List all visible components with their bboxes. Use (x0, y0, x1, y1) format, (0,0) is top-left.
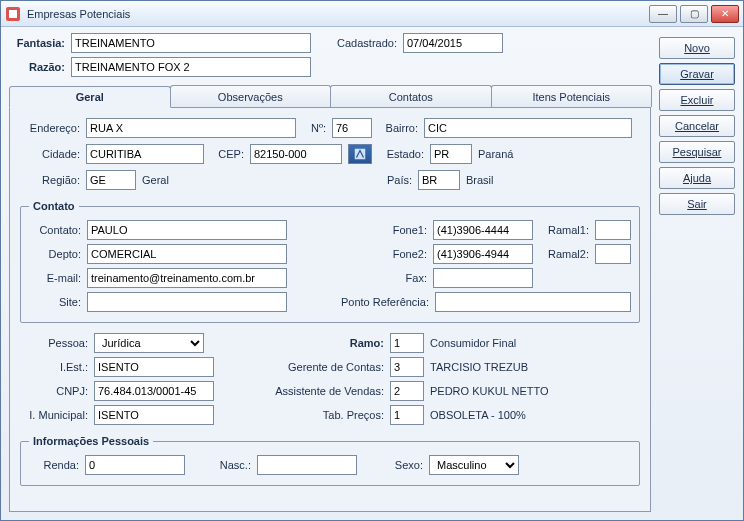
sexo-label: Sexo: (363, 459, 423, 471)
fone2-input[interactable] (433, 244, 533, 264)
fantasia-label: Fantasia: (9, 37, 65, 49)
contato-legend: Contato (29, 200, 79, 212)
estado-input[interactable] (430, 144, 472, 164)
email-input[interactable] (87, 268, 287, 288)
gravar-button[interactable]: Gravar (659, 63, 735, 85)
tabprecos-input[interactable] (390, 405, 424, 425)
regiao-nome: Geral (142, 174, 202, 186)
imun-label: I. Municipal: (20, 409, 88, 421)
cep-label: CEP: (210, 148, 244, 160)
action-sidebar: Novo Gravar Excluir Cancelar Pesquisar A… (659, 33, 735, 512)
email-label: E-mail: (29, 272, 81, 284)
sexo-select[interactable]: Masculino (429, 455, 519, 475)
window-buttons: ― ▢ ✕ (649, 5, 739, 23)
ponto-label: Ponto Referência: (319, 296, 429, 308)
tabprecos-label: Tab. Preços: (244, 409, 384, 421)
fax-label: Fax: (381, 272, 427, 284)
ponto-input[interactable] (435, 292, 631, 312)
pessoais-legend: Informações Pessoais (29, 435, 153, 447)
gerente-nome: TARCISIO TREZUB (430, 361, 528, 373)
pessoais-group: Informações Pessoais Renda: Nasc.: Sexo:… (20, 435, 640, 486)
maximize-button[interactable]: ▢ (680, 5, 708, 23)
pessoa-label: Pessoa: (20, 337, 88, 349)
fax-input[interactable] (433, 268, 533, 288)
fantasia-input[interactable] (71, 33, 311, 53)
cidade-label: Cidade: (20, 148, 80, 160)
numero-input[interactable] (332, 118, 372, 138)
cadastrado-input[interactable] (403, 33, 503, 53)
svg-rect-1 (9, 10, 17, 18)
novo-button[interactable]: Novo (659, 37, 735, 59)
iest-label: I.Est.: (20, 361, 88, 373)
cidade-input[interactable] (86, 144, 204, 164)
ramal1-input[interactable] (595, 220, 631, 240)
pais-label: País: (376, 174, 412, 186)
pais-nome: Brasil (466, 174, 526, 186)
contato-label: Contato: (29, 224, 81, 236)
pessoa-select[interactable]: Jurídica (94, 333, 204, 353)
cancelar-button[interactable]: Cancelar (659, 115, 735, 137)
assistente-input[interactable] (390, 381, 424, 401)
tab-strip: Geral Observações Contatos Itens Potenci… (9, 85, 651, 108)
bairro-label: Bairro: (378, 122, 418, 134)
cnpj-input[interactable] (94, 381, 214, 401)
sair-button[interactable]: Sair (659, 193, 735, 215)
fone1-label: Fone1: (381, 224, 427, 236)
close-button[interactable]: ✕ (711, 5, 739, 23)
ramal1-label: Ramal1: (539, 224, 589, 236)
razao-input[interactable] (71, 57, 311, 77)
contato-input[interactable] (87, 220, 287, 240)
ramo-nome: Consumidor Final (430, 337, 516, 349)
tab-itens-potenciais[interactable]: Itens Potenciais (491, 85, 653, 107)
assistente-label: Assistente de Vendas: (244, 385, 384, 397)
panel-geral: Endereço: Nº: Bairro: Cidade: CEP: Estad… (9, 108, 651, 512)
cep-lookup-button[interactable] (348, 144, 372, 164)
regiao-label: Região: (20, 174, 80, 186)
bairro-input[interactable] (424, 118, 632, 138)
gerente-input[interactable] (390, 357, 424, 377)
tab-contatos[interactable]: Contatos (330, 85, 492, 107)
assistente-nome: PEDRO KUKUL NETTO (430, 385, 549, 397)
renda-label: Renda: (29, 459, 79, 471)
estado-nome: Paraná (478, 148, 538, 160)
fone2-label: Fone2: (381, 248, 427, 260)
ramo-input[interactable] (390, 333, 424, 353)
app-window: Empresas Potenciais ― ▢ ✕ Fantasia: Cada… (0, 0, 744, 521)
ramal2-label: Ramal2: (539, 248, 589, 260)
imun-input[interactable] (94, 405, 214, 425)
regiao-input[interactable] (86, 170, 136, 190)
tabprecos-nome: OBSOLETA - 100% (430, 409, 526, 421)
cep-input[interactable] (250, 144, 342, 164)
app-icon (5, 6, 21, 22)
nasc-input[interactable] (257, 455, 357, 475)
nasc-label: Nasc.: (191, 459, 251, 471)
fone1-input[interactable] (433, 220, 533, 240)
cnpj-label: CNPJ: (20, 385, 88, 397)
tab-observacoes[interactable]: Observações (170, 85, 332, 107)
window-title: Empresas Potenciais (27, 8, 649, 20)
depto-input[interactable] (87, 244, 287, 264)
estado-label: Estado: (378, 148, 424, 160)
iest-input[interactable] (94, 357, 214, 377)
ramal2-input[interactable] (595, 244, 631, 264)
renda-input[interactable] (85, 455, 185, 475)
numero-label: Nº: (302, 122, 326, 134)
ajuda-button[interactable]: Ajuda (659, 167, 735, 189)
search-icon (353, 147, 367, 161)
site-label: Site: (29, 296, 81, 308)
tab-geral[interactable]: Geral (9, 86, 171, 108)
razao-label: Razão: (9, 61, 65, 73)
titlebar: Empresas Potenciais ― ▢ ✕ (1, 1, 743, 27)
cadastrado-label: Cadastrado: (327, 37, 397, 49)
contato-group: Contato Contato: Fone1: Ramal1: Depto: (20, 200, 640, 323)
ramo-label: Ramo: (244, 337, 384, 349)
endereco-input[interactable] (86, 118, 296, 138)
minimize-button[interactable]: ― (649, 5, 677, 23)
endereco-label: Endereço: (20, 122, 80, 134)
pais-input[interactable] (418, 170, 460, 190)
site-input[interactable] (87, 292, 287, 312)
gerente-label: Gerente de Contas: (244, 361, 384, 373)
pesquisar-button[interactable]: Pesquisar (659, 141, 735, 163)
excluir-button[interactable]: Excluir (659, 89, 735, 111)
depto-label: Depto: (29, 248, 81, 260)
